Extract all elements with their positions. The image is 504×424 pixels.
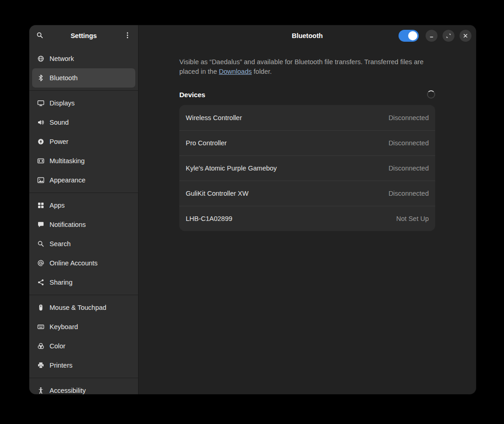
scanning-spinner-icon <box>427 90 435 99</box>
headerbar: Bluetooth <box>138 25 476 46</box>
sidebar-item-label: Keyboard <box>50 323 78 330</box>
description-suffix: folder. <box>252 68 272 75</box>
content-pane: Bluetooth Visible as “Daedalus” <box>138 25 476 394</box>
sidebar-item-multitasking[interactable]: Multitasking <box>32 151 135 171</box>
sidebar-item-label: Network <box>50 55 74 62</box>
sidebar-item-apps[interactable]: Apps <box>32 196 135 215</box>
sidebar-item-label: Sound <box>50 119 69 126</box>
sidebar-item-accessibility[interactable]: Accessibility <box>32 381 135 394</box>
toggle-knob <box>408 31 417 40</box>
sidebar-item-label: Bluetooth <box>50 74 78 82</box>
maximize-icon <box>445 33 452 39</box>
bluetooth-toggle[interactable] <box>399 30 419 42</box>
sidebar-item-bluetooth[interactable]: Bluetooth <box>32 68 135 88</box>
displays-icon <box>37 99 44 107</box>
description-prefix: Visible as “Daedalus” and available for … <box>179 58 423 75</box>
primary-menu-button[interactable] <box>120 28 135 43</box>
sidebar-item-sharing[interactable]: Sharing <box>32 273 135 292</box>
device-name: LHB-C1A02899 <box>186 215 233 222</box>
color-icon <box>37 342 44 350</box>
downloads-link[interactable]: Downloads <box>219 68 252 75</box>
search-button[interactable] <box>32 28 48 43</box>
sidebar-item-label: Online Accounts <box>50 259 98 267</box>
devices-header: Devices <box>179 90 435 99</box>
device-row-gulikit-controller[interactable]: GuliKit Controller XW Disconnected <box>179 181 435 206</box>
sidebar: Settings Network Bluetooth <box>29 25 138 394</box>
maximize-button[interactable] <box>443 30 454 42</box>
sidebar-item-displays[interactable]: Displays <box>32 94 135 113</box>
minimize-icon <box>428 33 435 39</box>
sidebar-header: Settings <box>29 25 138 46</box>
sidebar-item-online-accounts[interactable]: Online Accounts <box>32 253 135 273</box>
device-row-lhb[interactable]: LHB-C1A02899 Not Set Up <box>179 206 435 231</box>
device-row-wireless-controller[interactable]: Wireless Controller Disconnected <box>179 105 435 130</box>
device-status: Disconnected <box>388 190 429 197</box>
network-icon <box>37 55 44 62</box>
devices-heading: Devices <box>179 91 205 99</box>
sidebar-item-label: Multitasking <box>50 157 85 165</box>
sidebar-item-appearance[interactable]: Appearance <box>32 171 135 190</box>
bluetooth-icon <box>37 74 44 82</box>
close-icon <box>462 33 469 39</box>
device-status: Not Set Up <box>396 215 429 222</box>
apps-icon <box>37 202 44 209</box>
sidebar-divider <box>29 378 138 378</box>
sidebar-item-notifications[interactable]: Notifications <box>32 215 135 234</box>
sidebar-item-label: Power <box>50 138 68 145</box>
keyboard-icon <box>37 323 44 330</box>
device-status: Disconnected <box>388 165 429 172</box>
sidebar-item-keyboard[interactable]: Keyboard <box>32 317 135 336</box>
device-name: Wireless Controller <box>186 114 242 121</box>
sidebar-item-label: Mouse & Touchpad <box>50 304 106 311</box>
device-list: Wireless Controller Disconnected Pro Con… <box>179 105 435 231</box>
sidebar-item-label: Printers <box>50 362 72 369</box>
multitasking-icon <box>37 157 44 165</box>
sidebar-item-sound[interactable]: Sound <box>32 113 135 132</box>
device-row-gameboy[interactable]: Kyle's Atomic Purple Gameboy Disconnecte… <box>179 155 435 181</box>
notifications-icon <box>37 221 44 228</box>
device-status: Disconnected <box>388 114 429 121</box>
sidebar-nav: Network Bluetooth Displays Sound <box>29 46 138 394</box>
visibility-description: Visible as “Daedalus” and available for … <box>179 57 435 77</box>
close-button[interactable] <box>460 30 471 42</box>
sidebar-item-printers[interactable]: Printers <box>32 356 135 375</box>
sidebar-item-label: Sharing <box>50 279 72 286</box>
sidebar-item-label: Accessibility <box>50 387 86 394</box>
sidebar-item-network[interactable]: Network <box>32 49 135 68</box>
device-row-pro-controller[interactable]: Pro Controller Disconnected <box>179 130 435 155</box>
sidebar-item-power[interactable]: Power <box>32 132 135 151</box>
minimize-button[interactable] <box>426 30 438 42</box>
online-accounts-icon <box>37 259 44 267</box>
sidebar-divider <box>29 90 138 91</box>
sidebar-item-color[interactable]: Color <box>32 336 135 356</box>
search-icon <box>37 240 44 248</box>
settings-window: Settings Network Bluetooth <box>29 25 476 394</box>
accessibility-icon <box>37 387 44 394</box>
app-title: Settings <box>48 32 120 39</box>
sidebar-item-label: Appearance <box>50 176 85 184</box>
kebab-menu-icon <box>124 32 131 40</box>
search-icon <box>36 32 44 40</box>
sharing-icon <box>37 279 44 286</box>
bluetooth-panel: Visible as “Daedalus” and available for … <box>138 46 476 394</box>
sidebar-item-label: Search <box>50 240 71 248</box>
appearance-icon <box>37 176 44 184</box>
device-name: Pro Controller <box>186 139 227 147</box>
sidebar-item-mouse-touchpad[interactable]: Mouse & Touchpad <box>32 298 135 317</box>
sidebar-item-label: Notifications <box>50 221 86 228</box>
device-name: GuliKit Controller XW <box>186 190 249 197</box>
device-name: Kyle's Atomic Purple Gameboy <box>186 165 277 172</box>
sidebar-divider <box>29 295 138 295</box>
sidebar-item-label: Apps <box>50 202 65 209</box>
sound-icon <box>37 119 44 126</box>
printers-icon <box>37 362 44 369</box>
power-icon <box>37 138 44 145</box>
sidebar-item-label: Displays <box>50 99 75 107</box>
sidebar-item-search[interactable]: Search <box>32 234 135 253</box>
sidebar-item-label: Color <box>50 342 66 350</box>
device-status: Disconnected <box>388 139 429 147</box>
sidebar-divider <box>29 193 138 193</box>
mouse-icon <box>37 304 44 311</box>
